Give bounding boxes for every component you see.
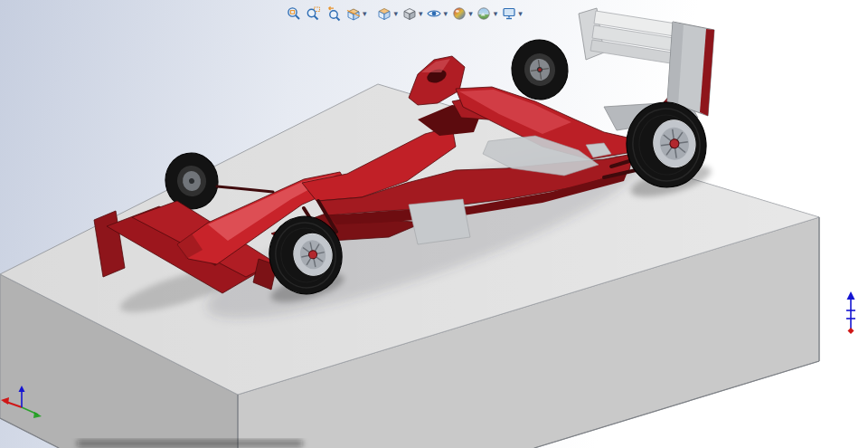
section-view-dropdown[interactable]: ▾ xyxy=(363,10,367,18)
edit-appearance-icon xyxy=(451,5,467,22)
hide-show-items-button[interactable] xyxy=(425,5,444,24)
heads-up-view-toolbar: ▾ ▾ ▾ ▾ xyxy=(284,3,524,24)
rear-wing[interactable] xyxy=(579,8,714,116)
hide-show-items-dropdown[interactable]: ▾ xyxy=(444,10,448,18)
zoom-to-area-button[interactable] xyxy=(304,5,323,24)
view-orientation-button[interactable] xyxy=(375,5,394,24)
view-settings-icon xyxy=(501,5,517,22)
apply-scene-dropdown[interactable]: ▾ xyxy=(494,10,498,18)
cad-viewport[interactable]: ▾ ▾ ▾ ▾ xyxy=(0,0,868,448)
section-view-button[interactable] xyxy=(344,5,363,24)
display-style-dropdown[interactable]: ▾ xyxy=(419,10,423,18)
view-settings-dropdown[interactable]: ▾ xyxy=(518,10,523,18)
display-style-icon xyxy=(401,5,418,22)
previous-view-button[interactable] xyxy=(324,5,343,24)
right-axis-indicator xyxy=(846,291,855,334)
platform-base-shadow xyxy=(77,441,303,446)
rear-left-wheel[interactable] xyxy=(508,36,572,103)
model-scene[interactable] xyxy=(0,0,868,448)
zoom-to-fit-button[interactable] xyxy=(284,5,303,24)
view-orientation-dropdown[interactable]: ▾ xyxy=(394,10,399,18)
edit-appearance-dropdown[interactable]: ▾ xyxy=(468,10,473,18)
view-orientation-icon xyxy=(376,5,392,22)
display-style-button[interactable] xyxy=(400,5,419,24)
apply-scene-icon xyxy=(476,5,492,22)
previous-view-icon xyxy=(326,5,342,22)
section-view-icon xyxy=(345,5,362,22)
edit-appearance-button[interactable] xyxy=(449,5,468,24)
hide-show-items-icon xyxy=(426,5,442,22)
apply-scene-button[interactable] xyxy=(475,5,494,24)
view-settings-button[interactable] xyxy=(499,5,518,24)
airbox[interactable] xyxy=(409,56,465,105)
zoom-to-area-icon xyxy=(306,5,322,22)
zoom-to-fit-icon xyxy=(286,5,302,22)
